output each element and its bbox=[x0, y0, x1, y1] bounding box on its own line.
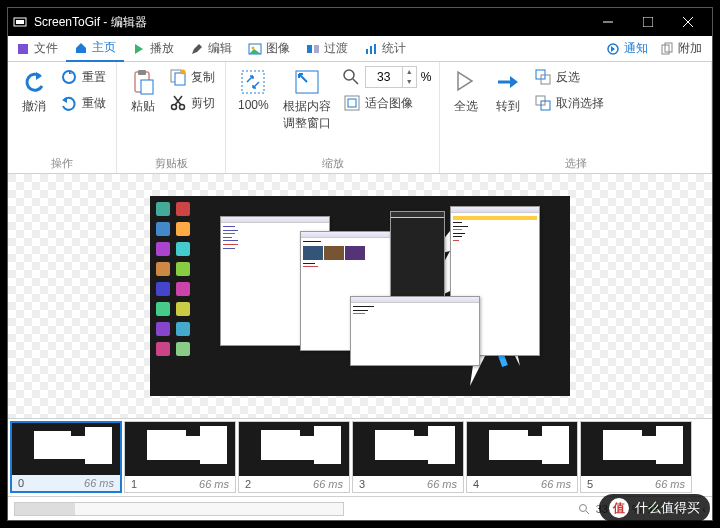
app-icon bbox=[12, 14, 28, 30]
ribbon-tabs: 文件 主页 播放 编辑 图像 过渡 统计 通知 附加 bbox=[8, 36, 712, 62]
tab-home[interactable]: 主页 bbox=[66, 36, 124, 62]
thumbnail[interactable]: 266 ms bbox=[238, 421, 350, 493]
group-ops: 撤消 重置 重做 操作 bbox=[8, 62, 117, 173]
magnifier-icon bbox=[341, 67, 361, 87]
maximize-button[interactable] bbox=[628, 8, 668, 36]
tab-image[interactable]: 图像 bbox=[240, 36, 298, 62]
svg-line-31 bbox=[353, 79, 358, 84]
app-window: ScreenToGif - 编辑器 文件 主页 播放 编辑 图像 过渡 统计 通… bbox=[7, 7, 713, 521]
thumbnail[interactable]: 466 ms bbox=[466, 421, 578, 493]
notify-button[interactable]: 通知 bbox=[606, 40, 648, 57]
status-magnifier-icon bbox=[578, 503, 590, 515]
undo-button[interactable]: 撤消 bbox=[16, 66, 52, 117]
tab-transition[interactable]: 过渡 bbox=[298, 36, 356, 62]
svg-line-40 bbox=[586, 511, 589, 514]
svg-rect-19 bbox=[138, 70, 146, 75]
svg-rect-12 bbox=[370, 46, 372, 54]
svg-rect-33 bbox=[348, 99, 356, 107]
watermark-icon: 值 bbox=[609, 498, 629, 518]
canvas-area[interactable]: ▬▬▬▬▬▬▬▬▬▬▬▬▬▬▬▬▬▬▬▬▬▬▬▬▬▬▬▬▬▬ ▬▬▬▬▬▬▬▬▬… bbox=[8, 174, 712, 418]
group-select: 全选 转到 反选 取消选择 选择 bbox=[440, 62, 712, 173]
tab-play[interactable]: 播放 bbox=[124, 36, 182, 62]
tab-stats[interactable]: 统计 bbox=[356, 36, 414, 62]
svg-line-27 bbox=[174, 96, 181, 105]
thumbnail[interactable]: 066 ms bbox=[10, 421, 122, 493]
svg-point-23 bbox=[181, 70, 186, 75]
svg-rect-6 bbox=[18, 44, 28, 54]
svg-rect-10 bbox=[314, 45, 319, 53]
svg-rect-22 bbox=[175, 73, 185, 85]
minimize-button[interactable] bbox=[588, 8, 628, 36]
svg-line-26 bbox=[175, 96, 182, 105]
redo-button[interactable]: 重做 bbox=[58, 92, 108, 114]
paste-button[interactable]: 粘贴 bbox=[125, 66, 161, 117]
select-all-button[interactable]: 全选 bbox=[448, 66, 484, 117]
fit-content-button[interactable]: 根据内容 调整窗口 bbox=[279, 66, 335, 134]
deselect-button[interactable]: 取消选择 bbox=[532, 92, 606, 114]
svg-rect-9 bbox=[307, 45, 312, 53]
frame-preview: ▬▬▬▬▬▬▬▬▬▬▬▬▬▬▬▬▬▬▬▬▬▬▬▬▬▬▬▬▬▬ ▬▬▬▬▬▬▬▬▬… bbox=[150, 196, 570, 396]
svg-rect-3 bbox=[643, 17, 653, 27]
svg-rect-28 bbox=[242, 71, 264, 93]
watermark-badge: 值 什么值得买 bbox=[599, 494, 710, 522]
ribbon: 撤消 重置 重做 操作 粘贴 复制 剪切 剪贴板 100% 根据内容 调整窗 bbox=[8, 62, 712, 174]
group-zoom: 100% 根据内容 调整窗口 ▲▼ % 适合图像 缩放 bbox=[226, 62, 440, 173]
svg-point-39 bbox=[579, 504, 586, 511]
svg-rect-32 bbox=[345, 96, 359, 110]
thumbnail-strip: 066 ms166 ms266 ms366 ms466 ms566 ms bbox=[8, 418, 712, 496]
zoom-input[interactable]: ▲▼ bbox=[365, 66, 417, 88]
window-title: ScreenToGif - 编辑器 bbox=[34, 14, 588, 31]
tab-edit[interactable]: 编辑 bbox=[182, 36, 240, 62]
svg-point-30 bbox=[344, 70, 354, 80]
inverse-button[interactable]: 反选 bbox=[532, 66, 606, 88]
svg-rect-13 bbox=[374, 44, 376, 54]
titlebar: ScreenToGif - 编辑器 bbox=[8, 8, 712, 36]
svg-rect-1 bbox=[16, 20, 24, 24]
thumbnail[interactable]: 366 ms bbox=[352, 421, 464, 493]
thumb-scrollbar[interactable] bbox=[14, 502, 344, 516]
group-clipboard: 粘贴 复制 剪切 剪贴板 bbox=[117, 62, 226, 173]
goto-button[interactable]: 转到 bbox=[490, 66, 526, 117]
thumbnail[interactable]: 166 ms bbox=[124, 421, 236, 493]
tab-file[interactable]: 文件 bbox=[8, 36, 66, 62]
close-button[interactable] bbox=[668, 8, 708, 36]
reset-button[interactable]: 重置 bbox=[58, 66, 108, 88]
thumbnail[interactable]: 566 ms bbox=[580, 421, 692, 493]
zoom-100-button[interactable]: 100% bbox=[234, 66, 273, 114]
cut-button[interactable]: 剪切 bbox=[167, 92, 217, 114]
svg-rect-11 bbox=[366, 49, 368, 54]
svg-rect-20 bbox=[141, 80, 153, 94]
copy-button[interactable]: 复制 bbox=[167, 66, 217, 88]
fit-image-button[interactable]: 适合图像 bbox=[341, 92, 432, 114]
extra-button[interactable]: 附加 bbox=[658, 38, 704, 59]
